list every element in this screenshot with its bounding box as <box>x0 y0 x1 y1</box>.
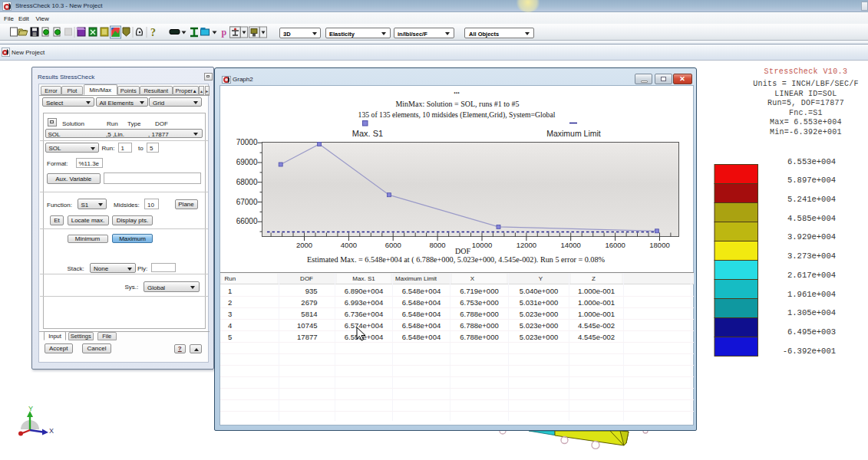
svg-text:1.000e-001: 1.000e-001 <box>577 309 614 317</box>
svg-text:X: X <box>49 427 54 435</box>
svg-text:66000: 66000 <box>236 217 257 225</box>
svg-text:-6.392e+001: -6.392e+001 <box>783 347 836 356</box>
svg-text:68000: 68000 <box>236 177 257 186</box>
svg-text:6.736e+004: 6.736e+004 <box>344 309 382 317</box>
svg-text:6.788e+000: 6.788e+000 <box>460 320 498 329</box>
svg-text:69000: 69000 <box>236 158 257 166</box>
svg-text:10000: 10000 <box>471 241 491 249</box>
svg-text:DOF: DOF <box>454 247 470 255</box>
svg-text:...: ... <box>454 87 460 95</box>
svg-text:18000: 18000 <box>649 241 669 249</box>
svg-text:3: 3 <box>228 309 232 317</box>
svg-text:17877: 17877 <box>297 332 317 340</box>
svg-text:6.993e+004: 6.993e+004 <box>344 297 382 306</box>
svg-text:2: 2 <box>228 297 232 306</box>
svg-text:6.890e+004: 6.890e+004 <box>344 286 382 294</box>
svg-text:5.031e+000: 5.031e+000 <box>519 297 557 306</box>
svg-text:MinMax: Solution = SOL, runs #: MinMax: Solution = SOL, runs #1 to #5 <box>395 99 519 107</box>
svg-text:Z: Z <box>592 275 596 282</box>
svg-text:p: p <box>222 27 227 38</box>
svg-text:16000: 16000 <box>605 241 625 249</box>
svg-text:X: X <box>470 275 474 282</box>
svg-text:4.545e-002: 4.545e-002 <box>577 320 614 329</box>
svg-text:6.548e+004: 6.548e+004 <box>401 320 440 329</box>
svg-text:5.023e+000: 5.023e+000 <box>519 320 557 329</box>
svg-text:Run: Run <box>224 275 236 282</box>
svg-text:5.897e+004: 5.897e+004 <box>787 176 836 185</box>
svg-text:DOF: DOF <box>300 275 313 282</box>
svg-text:935: 935 <box>305 286 317 294</box>
svg-text:6.548e+004: 6.548e+004 <box>401 309 440 317</box>
svg-text:2679: 2679 <box>301 297 317 306</box>
svg-text:5.023e+000: 5.023e+000 <box>519 309 557 317</box>
svg-text:1.000e-001: 1.000e-001 <box>577 297 614 306</box>
svg-text:4000: 4000 <box>340 241 356 249</box>
svg-text:1.961e+004: 1.961e+004 <box>787 290 836 299</box>
svg-text:8000: 8000 <box>429 241 445 249</box>
svg-text:12000: 12000 <box>516 241 536 249</box>
svg-text:5.023e+000: 5.023e+000 <box>519 332 557 340</box>
svg-text:10745: 10745 <box>297 320 317 329</box>
svg-text:5.040e+000: 5.040e+000 <box>519 286 557 294</box>
svg-text:3.929e+004: 3.929e+004 <box>787 232 836 242</box>
svg-text:6000: 6000 <box>384 241 401 249</box>
svg-text:Maximum Limit: Maximum Limit <box>546 129 601 138</box>
svg-text:14000: 14000 <box>560 241 580 249</box>
svg-text:4: 4 <box>228 320 232 329</box>
svg-text:Max. S1: Max. S1 <box>352 275 375 282</box>
svg-text:Y: Y <box>28 405 33 412</box>
svg-text:2.617e+004: 2.617e+004 <box>787 271 836 280</box>
svg-text:1.000e-001: 1.000e-001 <box>577 286 614 294</box>
svg-text:6.553e+004: 6.553e+004 <box>787 157 836 166</box>
svg-text:?: ? <box>150 27 156 38</box>
svg-text:6.753e+000: 6.753e+000 <box>460 297 498 306</box>
svg-text:6.788e+000: 6.788e+000 <box>460 332 498 340</box>
svg-text:70000: 70000 <box>236 138 257 146</box>
svg-text:1: 1 <box>228 286 232 294</box>
svg-text:6.719e+000: 6.719e+000 <box>460 286 498 294</box>
svg-text:5.241e+004: 5.241e+004 <box>787 195 836 204</box>
svg-text:Max. S1: Max. S1 <box>351 129 382 138</box>
svg-text:6.548e+004: 6.548e+004 <box>401 332 440 340</box>
svg-text:135 of 135 elements, 10 midsid: 135 of 135 elements, 10 midsides (Elemen… <box>358 110 555 119</box>
svg-text:6.548e+004: 6.548e+004 <box>401 286 440 294</box>
svg-text:6.495e+003: 6.495e+003 <box>787 327 836 337</box>
svg-text:Maximum Limit: Maximum Limit <box>395 275 437 282</box>
svg-text:6.548e+004: 6.548e+004 <box>401 297 440 306</box>
svg-text:2000: 2000 <box>295 241 312 249</box>
svg-text:Estimated Max. = 6.548e+004 a: Estimated Max. = 6.548e+004 at ( 6.788e+… <box>306 255 605 264</box>
svg-text:67000: 67000 <box>236 197 257 205</box>
svg-text:5814: 5814 <box>301 309 317 317</box>
svg-text:6.788e+000: 6.788e+000 <box>460 309 498 317</box>
svg-text:1.305e+004: 1.305e+004 <box>787 308 836 317</box>
svg-text:4.585e+004: 4.585e+004 <box>787 214 836 223</box>
svg-text:5: 5 <box>228 332 232 340</box>
svg-text:4.545e-002: 4.545e-002 <box>577 332 614 340</box>
svg-text:3.273e+004: 3.273e+004 <box>787 251 836 261</box>
svg-text:Y: Y <box>538 275 543 282</box>
